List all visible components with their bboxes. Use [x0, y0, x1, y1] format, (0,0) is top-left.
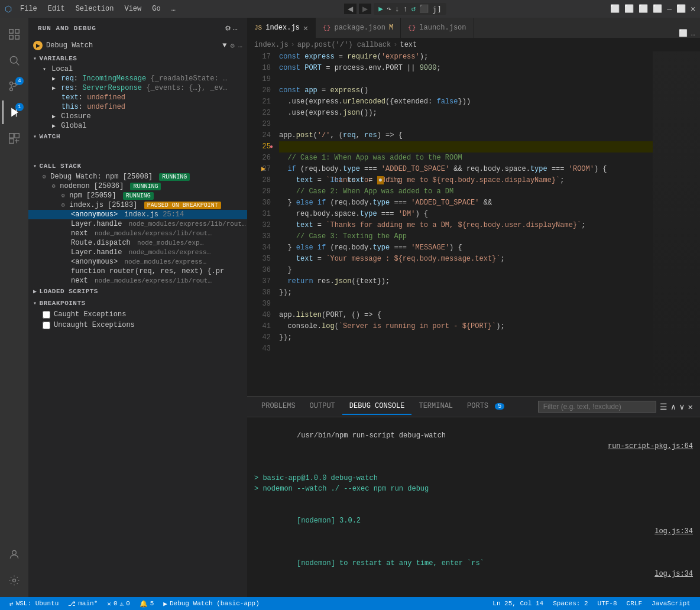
activity-extensions[interactable] [2, 126, 26, 150]
tab-index-js-close[interactable]: ✕ [303, 23, 308, 33]
more-tabs-icon[interactable]: … [691, 30, 695, 38]
var-res[interactable]: ▶ res: ServerResponse {_events: {…}, _ev… [28, 83, 247, 93]
activity-explorer[interactable] [2, 22, 26, 46]
term-link-2[interactable]: log.js:34 [654, 526, 693, 537]
tab-package-json[interactable]: {} package.json M [316, 18, 401, 38]
menu-edit[interactable]: Edit [43, 4, 70, 14]
menu-file[interactable]: File [15, 4, 42, 14]
close-btn[interactable]: ✕ [691, 4, 695, 14]
tab-output[interactable]: OUTPUT [303, 398, 342, 415]
term-link-3[interactable]: log.js:34 [654, 569, 693, 579]
callstack-header[interactable]: ▾ CALL STACK [28, 160, 247, 172]
breadcrumb-callback[interactable]: app.post('/') callback [297, 41, 391, 49]
close-panel-btn[interactable]: ✕ [688, 402, 693, 412]
split-editor-icon[interactable]: ⬜ [679, 29, 688, 38]
local-arrow: ▾ [43, 66, 46, 73]
grid-icon[interactable]: ⬜ [653, 4, 662, 14]
breadcrumb-file[interactable]: index.js [254, 41, 289, 49]
tab-ports[interactable]: PORTS 5 [460, 398, 511, 415]
tab-debug-console[interactable]: DEBUG CONSOLE [342, 398, 412, 415]
menu-view[interactable]: View [119, 4, 146, 14]
split-icon[interactable]: ⬜ [624, 4, 634, 14]
cs-route-dispatch[interactable]: Route.dispatch node_modules/exp… [28, 238, 247, 248]
status-errors[interactable]: ✕ 0 ⚠ 0 [102, 597, 134, 610]
status-debug[interactable]: ▶ Debug Watch (basic-app) [158, 597, 264, 610]
caught-exceptions-checkbox[interactable] [43, 311, 50, 319]
tab-launch-json[interactable]: {} launch.json [401, 18, 474, 38]
variables-header[interactable]: ▾ VARIABLES [28, 53, 247, 64]
activity-search[interactable] [2, 48, 26, 72]
status-language[interactable]: JavaScript [647, 597, 695, 610]
tab-index-js[interactable]: JS index.js ✕ [247, 18, 316, 38]
debug-play-button[interactable]: ▶ [33, 41, 43, 50]
cs-anonymous-2[interactable]: <anonymous> node_modules/express… [28, 257, 247, 267]
nav-forward[interactable]: ▶ [359, 4, 371, 14]
cs-nodemon[interactable]: ⚙ nodemon [25036] RUNNING [28, 181, 247, 191]
menu-go[interactable]: Go [147, 4, 165, 14]
layout-icon[interactable]: ⬜ [610, 4, 620, 14]
gear-icon[interactable]: ⚙ [225, 23, 230, 33]
status-bell-count: 5 [150, 600, 154, 607]
debug-step-into-btn[interactable]: ↓ [395, 5, 400, 14]
code-editor[interactable]: 17 18 19 20 21 22 23 24 25 26 27 28 29 3… [247, 51, 700, 396]
debug-restart-btn[interactable]: ↺ [411, 4, 416, 14]
panel-icon[interactable]: ⬜ [639, 4, 648, 14]
cs-npm-25059[interactable]: ⚙ npm [25059] RUNNING [28, 191, 247, 200]
debug-config-more[interactable]: … [238, 41, 242, 50]
maximize-btn[interactable]: ⬜ [676, 4, 686, 14]
debug-continue-btn[interactable]: ▶ [378, 4, 383, 14]
minimize-btn[interactable]: — [667, 5, 672, 14]
watch-header[interactable]: ▾ WATCH [28, 131, 247, 142]
term-link-1[interactable]: run-script-pkg.js:64 [608, 441, 693, 452]
status-encoding[interactable]: UTF-8 [593, 597, 622, 610]
svg-point-8 [10, 82, 13, 85]
caught-exceptions-label[interactable]: Caught Exceptions [54, 310, 126, 319]
var-text[interactable]: text: undefined [28, 93, 247, 102]
activity-accounts[interactable] [2, 543, 26, 566]
status-remote[interactable]: ⇄ WSL: Ubuntu [5, 597, 63, 610]
cs-layer-handle-2[interactable]: Layer.handle node_modules/express… [28, 248, 247, 257]
menu-selection[interactable]: Selection [71, 4, 119, 14]
cs-layer-handle-1[interactable]: Layer.handle node_modules/express/lib/ro… [28, 219, 247, 229]
debug-step-out-btn[interactable]: ↑ [403, 5, 408, 14]
debug-config-gear[interactable]: ⚙ [231, 41, 235, 50]
uncaught-exceptions-label[interactable]: Uncaught Exceptions [54, 321, 135, 329]
debug-config-name[interactable]: Debug Watch [46, 41, 219, 50]
activity-settings[interactable] [2, 569, 26, 592]
filter-input[interactable] [538, 401, 656, 413]
global-group[interactable]: ▶ Global [28, 121, 247, 131]
status-branch[interactable]: ⎇ main* [63, 597, 102, 610]
debug-stop-btn[interactable]: ⬛ [419, 4, 429, 14]
cs-anonymous-active[interactable]: <anonymous> index.js 25:14 [28, 210, 247, 219]
cs-next-2[interactable]: next node_modules/express/lib/rout… [28, 276, 247, 285]
cs-indexjs[interactable]: ⚙ index.js [25183] PAUSED ON BREAKPOINT [28, 200, 247, 210]
uncaught-exceptions-checkbox[interactable] [43, 322, 50, 329]
tab-problems[interactable]: PROBLEMS [254, 398, 303, 415]
line-20: const app = express() [279, 85, 653, 96]
var-req[interactable]: ▶ req: IncomingMessage {_readableState: … [28, 74, 247, 83]
debug-step-over-btn[interactable]: ↷ [387, 4, 391, 14]
local-group[interactable]: ▾ Local [28, 64, 247, 74]
scroll-up-btn[interactable]: ∧ [671, 402, 676, 412]
status-spaces[interactable]: Spaces: 2 [548, 597, 592, 610]
activity-source-control[interactable]: 4 [2, 74, 26, 98]
tab-terminal[interactable]: TERMINAL [411, 398, 460, 415]
status-bell[interactable]: 🔔 5 [135, 597, 159, 610]
nav-back[interactable]: ◀ [344, 4, 357, 14]
debug-config-chevron[interactable]: ▼ [222, 41, 226, 50]
scroll-down-btn[interactable]: ∨ [679, 402, 684, 412]
activity-run-debug[interactable]: 1 [2, 100, 26, 124]
cs-router-fn[interactable]: function router(req, res, next) {.pr [28, 267, 247, 276]
status-line-ending[interactable]: CRLF [622, 597, 647, 610]
more-icon[interactable]: … [233, 23, 238, 33]
cs-npm-25008[interactable]: ⚙ Debug Watch: npm [25008] RUNNING [28, 172, 247, 181]
var-this[interactable]: this: undefined [28, 102, 247, 112]
breakpoints-header[interactable]: ▾ BREAKPOINTS [28, 297, 247, 309]
breadcrumb-text[interactable]: text [400, 41, 417, 49]
cs-next-1[interactable]: next node_modules/express/lib/rout… [28, 229, 247, 238]
closure-group[interactable]: ▶ Closure [28, 112, 247, 121]
menu-more[interactable]: … [167, 4, 180, 14]
filter-options-icon[interactable]: ☰ [660, 402, 667, 412]
status-cursor[interactable]: Ln 25, Col 14 [488, 597, 548, 610]
loaded-scripts-header[interactable]: ▶ LOADED SCRIPTS [28, 285, 247, 297]
